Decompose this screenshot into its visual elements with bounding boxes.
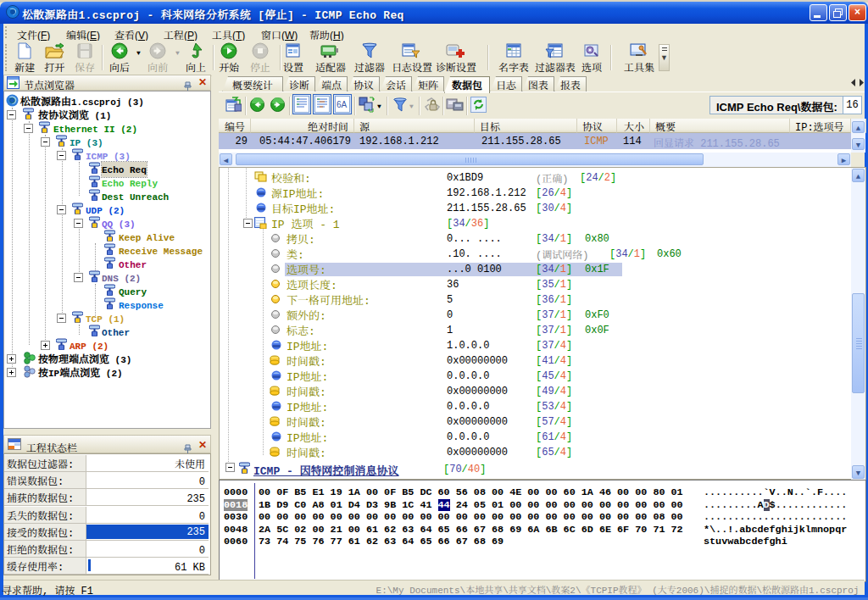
svg-text:6A: 6A — [337, 100, 348, 109]
